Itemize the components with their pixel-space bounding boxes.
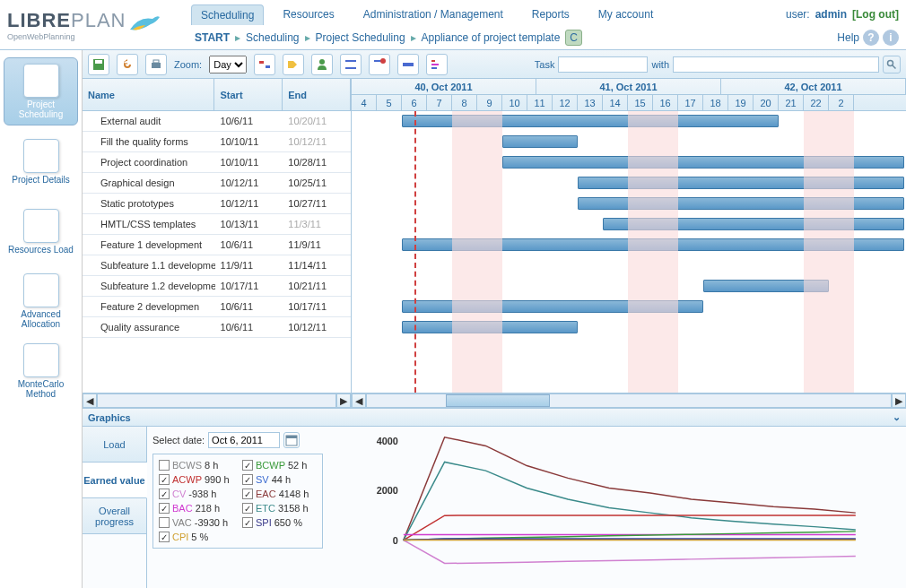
user-name: admin <box>815 8 847 21</box>
breadcrumb-item-1[interactable]: Project Scheduling <box>316 31 405 44</box>
gtab-load[interactable]: Load <box>83 427 146 463</box>
table-row[interactable]: Project coordination10/10/1110/28/11 <box>83 152 351 173</box>
table-row[interactable]: Quality assurance10/6/1110/12/11 <box>83 317 351 338</box>
checkbox-icon[interactable]: ✓ <box>242 474 253 485</box>
table-row[interactable]: Subfeature 1.2 developme10/17/1110/21/11 <box>83 276 351 297</box>
graphics-title: Graphics <box>88 412 131 423</box>
legend-item[interactable]: ✓CPI 5 % <box>159 532 233 542</box>
legend-item[interactable]: ✓BCWP 52 h <box>242 460 317 471</box>
tab-reports[interactable]: Reports <box>522 4 579 25</box>
checkbox-icon[interactable]: ✓ <box>159 474 170 485</box>
checkbox-icon[interactable] <box>159 460 170 471</box>
help-icon[interactable]: ? <box>863 30 879 46</box>
svg-text:4000: 4000 <box>377 436 398 446</box>
progress-button[interactable] <box>397 54 419 75</box>
tab-admin[interactable]: Administration / Management <box>353 4 513 25</box>
grid-scrollbar[interactable] <box>97 393 336 408</box>
breadcrumb-start[interactable]: START <box>195 31 230 44</box>
checkbox-icon[interactable]: ✓ <box>242 517 253 528</box>
labels-button[interactable] <box>283 54 304 75</box>
table-row[interactable]: Feature 1 development10/6/1111/9/11 <box>83 235 351 255</box>
checkbox-icon[interactable]: ✓ <box>242 503 253 514</box>
gantt-scrollbar[interactable] <box>366 393 892 408</box>
legend-item[interactable]: BCWS 8 h <box>159 460 233 471</box>
col-header-end[interactable]: End <box>283 79 351 110</box>
checkbox-icon[interactable]: ✓ <box>159 532 170 542</box>
logout-link[interactable]: [Log out] <box>852 8 899 21</box>
checkbox-icon[interactable]: ✓ <box>159 489 170 499</box>
save-button[interactable] <box>88 54 109 75</box>
tab-resources[interactable]: Resources <box>273 4 344 25</box>
toolbar: Zoom: Day Task with <box>83 50 906 79</box>
tab-account[interactable]: My account <box>588 4 663 25</box>
calendar-icon[interactable] <box>283 432 300 448</box>
svg-point-6 <box>319 59 325 65</box>
resources-button[interactable] <box>311 54 333 75</box>
table-row[interactable]: Graphical design10/12/1110/25/11 <box>83 173 351 194</box>
checkbox-icon[interactable] <box>159 517 170 528</box>
gantt-bar[interactable] <box>578 197 904 210</box>
collapse-icon[interactable]: ⌄ <box>893 411 901 423</box>
gantt-bar[interactable] <box>502 135 578 148</box>
legend-item[interactable]: ✓SPI 650 % <box>242 517 317 528</box>
search-icon[interactable] <box>883 56 901 74</box>
checkbox-icon[interactable]: ✓ <box>159 503 170 514</box>
zoom-select[interactable]: Day <box>209 56 247 74</box>
svg-rect-3 <box>153 60 159 63</box>
logo: LIBREPLAN OpenWebPlanning <box>7 4 191 47</box>
gantt-scroll-left-icon[interactable]: ◀ <box>352 393 366 408</box>
breadcrumb-item-0[interactable]: Scheduling <box>246 31 299 44</box>
legend-item[interactable]: ✓BAC 218 h <box>159 503 233 514</box>
with-search-input[interactable] <box>673 56 879 73</box>
sidebar-item-project-details[interactable]: Project Details <box>4 127 78 195</box>
table-row[interactable]: HMTL/CSS templates10/13/1111/3/11 <box>83 214 351 235</box>
col-header-name[interactable]: Name <box>83 79 214 110</box>
svg-rect-12 <box>431 60 435 62</box>
legend-item[interactable]: ✓EAC 4148 h <box>242 489 317 499</box>
info-icon[interactable]: i <box>883 30 899 46</box>
scroll-right-icon[interactable]: ▶ <box>336 393 351 408</box>
legend-item[interactable]: VAC -3930 h <box>159 517 233 528</box>
gtab-overall-progress[interactable]: Overall progress <box>83 498 146 534</box>
sidebar-item-advanced-allocation[interactable]: Advanced Allocation <box>4 267 78 335</box>
svg-rect-5 <box>266 65 270 68</box>
svg-rect-13 <box>431 64 439 65</box>
gantt-bar[interactable] <box>578 177 904 189</box>
logo-main1: LIBRE <box>7 9 71 31</box>
expand-button[interactable] <box>340 54 362 75</box>
col-header-start[interactable]: Start <box>214 79 283 110</box>
breadcrumb-item-2[interactable]: Appliance of project template <box>422 31 561 44</box>
sidebar-item-project-scheduling[interactable]: Project Scheduling <box>4 57 78 125</box>
select-date-input[interactable] <box>208 432 280 448</box>
table-row[interactable]: Subfeature 1.1 developme11/9/1111/14/11 <box>83 255 351 276</box>
gantt-scroll-right-icon[interactable]: ▶ <box>892 393 906 408</box>
table-row[interactable]: Feature 2 developmen10/6/1110/17/11 <box>83 297 351 317</box>
table-row[interactable]: Static prototypes10/12/1110/27/11 <box>83 194 351 214</box>
reporting-button[interactable] <box>426 54 448 75</box>
svg-rect-2 <box>152 63 161 68</box>
critical-path-button[interactable] <box>254 54 275 75</box>
print-button[interactable] <box>145 54 167 75</box>
checkbox-icon[interactable]: ✓ <box>242 460 253 471</box>
scroll-left-icon[interactable]: ◀ <box>83 393 97 408</box>
sidebar-item-resources-load[interactable]: Resources Load <box>4 197 78 265</box>
sidebar-item-montecarlo[interactable]: MonteCarlo Method <box>4 337 78 405</box>
legend-item[interactable]: ✓ACWP 990 h <box>159 474 233 485</box>
filter-button[interactable] <box>369 54 390 75</box>
tab-scheduling[interactable]: Scheduling <box>191 4 264 25</box>
table-row[interactable]: Fill the quality forms10/10/1110/12/11 <box>83 132 351 152</box>
undo-button[interactable] <box>117 54 138 75</box>
legend-item[interactable]: ✓SV 44 h <box>242 474 317 485</box>
svg-rect-7 <box>345 60 356 62</box>
svg-rect-11 <box>403 63 414 66</box>
task-search-input[interactable] <box>558 56 648 73</box>
checkbox-icon[interactable]: ✓ <box>242 489 253 499</box>
gtab-earned-value[interactable]: Earned value <box>83 463 147 498</box>
legend-item[interactable]: ✓CV -938 h <box>159 489 233 499</box>
gantt-chart[interactable]: 40, Oct 201141, Oct 201142, Oct 2011 456… <box>352 79 906 393</box>
svg-rect-18 <box>286 436 297 438</box>
table-row[interactable]: External audit10/6/1110/20/11 <box>83 111 351 132</box>
legend-item[interactable]: ✓ETC 3158 h <box>242 503 317 514</box>
help-link[interactable]: Help <box>837 31 859 44</box>
legend-box: BCWS 8 h✓BCWP 52 h✓ACWP 990 h✓SV 44 h✓CV… <box>152 454 323 549</box>
